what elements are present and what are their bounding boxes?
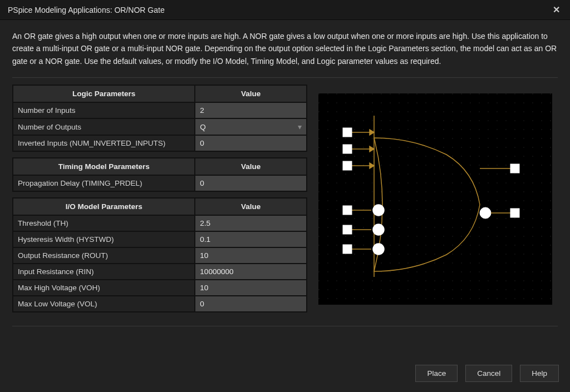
schematic-column [318, 85, 558, 318]
place-button[interactable]: Place [415, 365, 458, 382]
svg-rect-18 [343, 161, 352, 170]
table-row: Output Resistance (ROUT) [13, 247, 307, 264]
svg-rect-16 [343, 128, 352, 137]
prdel-input[interactable] [195, 176, 306, 191]
table-row: Max High Voltage (VOH) [13, 280, 307, 296]
value-header: Value [195, 198, 307, 215]
table-row: Input Resistance (RIN) [13, 264, 307, 280]
param-label: Propagation Delay (TIMING_PRDEL) [13, 175, 195, 191]
svg-point-24 [480, 207, 491, 219]
or-gate-schematic [318, 93, 552, 305]
close-icon[interactable]: ✕ [551, 4, 562, 15]
footer-divider [12, 326, 558, 326]
param-label: Max Low Voltage (VOL) [13, 296, 195, 312]
svg-rect-20 [343, 225, 352, 234]
main-area: Logic Parameters Value Number of Inputs … [12, 85, 558, 318]
svg-rect-19 [343, 206, 352, 215]
parameters-column: Logic Parameters Value Number of Inputs … [12, 85, 307, 318]
value-header: Value [195, 158, 307, 175]
chevron-down-icon: ▾ [298, 122, 302, 131]
svg-point-11 [373, 205, 384, 216]
num-outputs-select[interactable]: Q ▾ [195, 119, 306, 135]
param-label: Max High Voltage (VOH) [13, 280, 195, 296]
select-value: Q [200, 123, 206, 131]
table-row: Max Low Voltage (VOL) [13, 296, 307, 312]
svg-rect-2 [318, 93, 552, 305]
num-inputs-input[interactable] [195, 103, 306, 118]
threshold-input[interactable] [195, 216, 306, 231]
table-row: Inverted Inputs (NUM_INVERTED_INPUTS) [13, 135, 307, 151]
logic-parameters-table: Logic Parameters Value Number of Inputs … [12, 85, 307, 152]
help-button[interactable]: Help [520, 365, 559, 382]
param-label: Inverted Inputs (NUM_INVERTED_INPUTS) [13, 135, 195, 151]
titlebar: PSpice Modeling Applications: OR/NOR Gat… [0, 0, 570, 20]
svg-rect-26 [510, 209, 519, 217]
param-label: Output Resistance (ROUT) [13, 247, 195, 264]
table-row: Number of Outputs Q ▾ [13, 118, 307, 135]
io-parameters-table: I/O Model Parameters Value Threshold (TH… [12, 197, 307, 312]
timing-header: Timing Model Parameters [13, 158, 195, 175]
cancel-button[interactable]: Cancel [465, 365, 512, 382]
content-area: An OR gate gives a high output when one … [0, 20, 570, 357]
table-row: Propagation Delay (TIMING_PRDEL) [13, 175, 307, 191]
table-row: Threshold (TH) [13, 215, 307, 231]
table-row: Hysteresis Width (HYSTWD) [13, 231, 307, 247]
svg-rect-17 [343, 145, 352, 153]
dialog-window: PSpice Modeling Applications: OR/NOR Gat… [0, 0, 570, 392]
svg-point-13 [373, 224, 384, 235]
voh-input[interactable] [195, 280, 306, 295]
param-label: Threshold (TH) [13, 215, 195, 231]
rin-input[interactable] [195, 264, 306, 279]
footer: Place Cancel Help [0, 357, 570, 392]
param-label: Number of Outputs [13, 118, 195, 135]
vol-input[interactable] [195, 296, 306, 311]
value-header: Value [195, 85, 307, 102]
param-label: Hysteresis Width (HYSTWD) [13, 231, 195, 247]
inverted-inputs-input[interactable] [195, 136, 306, 151]
table-row: Number of Inputs [13, 102, 307, 118]
description-text: An OR gate gives a high output when one … [12, 30, 558, 67]
rout-input[interactable] [195, 248, 306, 263]
io-header: I/O Model Parameters [13, 198, 195, 215]
svg-rect-21 [343, 245, 352, 254]
timing-parameters-table: Timing Model Parameters Value Propagatio… [12, 157, 307, 192]
divider [12, 77, 558, 78]
logic-header: Logic Parameters [13, 85, 195, 102]
hysteresis-input[interactable] [195, 232, 306, 247]
window-title: PSpice Modeling Applications: OR/NOR Gat… [8, 6, 165, 14]
param-label: Input Resistance (RIN) [13, 264, 195, 280]
svg-point-15 [373, 244, 384, 255]
svg-rect-23 [510, 164, 519, 173]
param-label: Number of Inputs [13, 102, 195, 118]
